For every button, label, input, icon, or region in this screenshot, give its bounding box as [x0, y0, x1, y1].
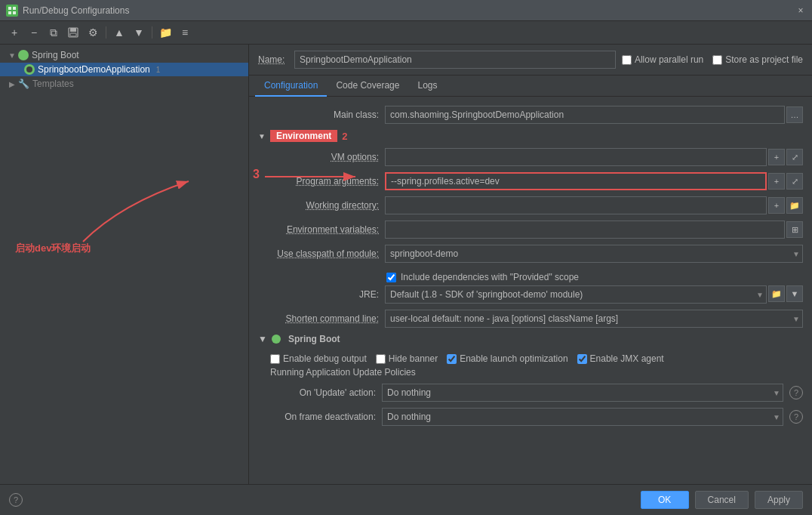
working-dir-row: Working directory: + 📁 — [258, 196, 803, 214]
enable-launch-label[interactable]: Enable launch optimization — [447, 353, 567, 364]
enable-jmx-checkbox[interactable] — [577, 354, 587, 364]
vm-options-add-button[interactable]: + — [768, 149, 785, 165]
on-update-help-icon[interactable]: ? — [789, 386, 803, 399]
hide-banner-label[interactable]: Hide banner — [376, 353, 438, 364]
toolbar: + − ⧉ ⚙ ▲ ▼ 📁 ≡ — [0, 21, 812, 45]
jre-select-wrapper: Default (1.8 - SDK of 'springboot-demo' … — [385, 285, 767, 304]
env-vars-input-group: ⊞ — [385, 220, 803, 239]
enable-launch-checkbox[interactable] — [447, 354, 457, 364]
enable-debug-checkbox[interactable] — [270, 354, 280, 364]
name-row: Name: Allow parallel run Store as projec… — [249, 45, 812, 76]
expand-icon: ▼ — [6, 49, 18, 61]
on-frame-help-icon[interactable]: ? — [789, 410, 803, 424]
separator-2 — [152, 26, 152, 39]
main-class-input[interactable] — [385, 106, 785, 124]
folder-button[interactable]: 📁 — [157, 24, 174, 41]
bottom-bar: ? OK Cancel Apply — [0, 484, 812, 515]
svg-rect-3 — [13, 11, 16, 14]
program-args-add-button[interactable]: + — [768, 173, 785, 190]
env-vars-input[interactable] — [385, 220, 785, 239]
templates-label: Templates — [32, 79, 74, 89]
shorten-cmd-select[interactable]: user-local default: none - java [options… — [385, 310, 803, 328]
bottom-left: ? — [9, 493, 23, 507]
settings-button[interactable]: ⚙ — [85, 24, 101, 41]
working-dir-browse-button[interactable]: 📁 — [786, 197, 803, 214]
classpath-select-wrapper: springboot-demo ▼ — [385, 245, 803, 263]
close-button[interactable]: × — [795, 5, 806, 16]
tabs-bar: Configuration Code Coverage Logs — [249, 76, 812, 97]
store-project-checkbox[interactable] — [712, 55, 722, 65]
name-input[interactable] — [294, 51, 616, 69]
on-frame-select[interactable]: Do nothing — [382, 408, 783, 426]
classpath-select[interactable]: springboot-demo — [385, 245, 803, 263]
jre-row: JRE: Default (1.8 - SDK of 'springboot-d… — [258, 285, 803, 304]
ok-button[interactable]: OK — [641, 491, 689, 509]
allow-parallel-checkbox[interactable] — [622, 55, 632, 65]
on-update-label: On 'Update' action: — [270, 387, 376, 398]
cancel-button[interactable]: Cancel — [695, 491, 749, 509]
springboot-icon — [18, 50, 29, 60]
copy-button[interactable]: ⧉ — [45, 24, 62, 41]
springboot-section-label: Spring Boot — [288, 334, 340, 344]
tree-item-templates[interactable]: ▶ 🔧 Templates — [0, 76, 248, 91]
bottom-right: OK Cancel Apply — [641, 491, 803, 509]
springboot-expand-icon[interactable]: ▼ — [258, 334, 267, 344]
env-vars-browse-button[interactable]: ⊞ — [786, 221, 803, 238]
enable-jmx-label[interactable]: Enable JMX agent — [577, 353, 664, 364]
save-button[interactable] — [65, 24, 82, 41]
enable-debug-label[interactable]: Enable debug output — [270, 353, 367, 364]
working-dir-input[interactable] — [385, 196, 767, 214]
config-panel: Main class: … ▼ Environment 2 VM options… — [249, 97, 812, 484]
help-button[interactable]: ? — [9, 493, 23, 507]
enable-debug-text: Enable debug output — [283, 353, 367, 364]
tab-configuration[interactable]: Configuration — [255, 76, 327, 97]
environment-number: 2 — [342, 131, 347, 142]
main-class-browse-button[interactable]: … — [786, 106, 803, 123]
include-deps-row: Include dependencies with "Provided" sco… — [258, 269, 803, 285]
apply-button[interactable]: Apply — [755, 491, 803, 509]
env-vars-label: Environment variables: — [258, 224, 379, 235]
on-update-select[interactable]: Do nothing — [382, 384, 783, 402]
working-dir-add-button[interactable]: + — [768, 197, 785, 214]
remove-button[interactable]: − — [26, 24, 42, 41]
store-project-label[interactable]: Store as project file — [712, 54, 803, 65]
add-button[interactable]: + — [6, 24, 23, 41]
main-container: + − ⧉ ⚙ ▲ ▼ 📁 ≡ ▼ Spring Boot — [0, 21, 812, 515]
tree-group-springboot[interactable]: ▼ Spring Boot — [0, 48, 248, 63]
content-area: ▼ Spring Boot SpringbootDemoApplication … — [0, 45, 812, 484]
tab-logs[interactable]: Logs — [408, 76, 446, 97]
main-class-row: Main class: … — [258, 106, 803, 124]
jre-browse-button[interactable]: 📁 — [768, 285, 785, 302]
sort-button[interactable]: ≡ — [177, 24, 193, 41]
jre-expand-button[interactable]: ▼ — [786, 285, 803, 302]
parallel-run-row: Allow parallel run Store as project file — [622, 54, 803, 65]
springboot-group-label: Spring Boot — [32, 50, 79, 60]
environment-expand-icon[interactable]: ▼ — [258, 132, 266, 140]
move-down-button[interactable]: ▼ — [131, 24, 147, 41]
jre-select[interactable]: Default (1.8 - SDK of 'springboot-demo' … — [385, 285, 767, 304]
vm-options-input[interactable] — [385, 148, 767, 166]
hide-banner-checkbox[interactable] — [376, 354, 386, 364]
on-frame-row: On frame deactivation: Do nothing ▼ ? — [270, 408, 803, 426]
on-frame-select-wrapper: Do nothing ▼ — [382, 408, 783, 426]
policies-section: Running Application Update Policies On '… — [258, 367, 803, 426]
on-update-select-wrapper: Do nothing ▼ — [382, 384, 783, 402]
include-deps-checkbox[interactable] — [386, 273, 396, 282]
title-bar: Run/Debug Configurations × — [0, 0, 812, 21]
program-args-input[interactable] — [385, 172, 767, 190]
window-title: Run/Debug Configurations — [23, 5, 795, 16]
vm-options-expand-button[interactable]: ⤢ — [786, 149, 803, 165]
allow-parallel-label[interactable]: Allow parallel run — [622, 54, 703, 65]
jre-input-group: Default (1.8 - SDK of 'springboot-demo' … — [385, 285, 803, 304]
tab-code-coverage[interactable]: Code Coverage — [327, 76, 408, 97]
enable-jmx-text: Enable JMX agent — [590, 353, 664, 364]
tree-item-app[interactable]: SpringbootDemoApplication 1 — [0, 63, 248, 76]
on-update-row: On 'Update' action: Do nothing ▼ ? — [270, 384, 803, 402]
vm-options-label: VM options: — [258, 152, 379, 162]
vm-options-row: VM options: + ⤢ — [258, 148, 803, 166]
svg-rect-6 — [70, 33, 76, 36]
svg-rect-2 — [8, 11, 11, 14]
move-up-button[interactable]: ▲ — [111, 24, 128, 41]
working-dir-label: Working directory: — [258, 200, 379, 211]
program-args-expand-button[interactable]: ⤢ — [786, 173, 803, 190]
